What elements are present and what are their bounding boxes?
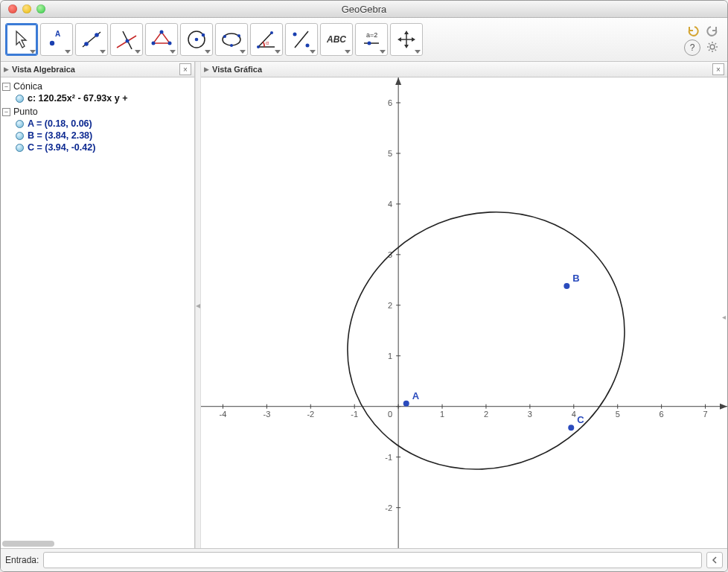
svg-text:6: 6 bbox=[660, 410, 664, 419]
algebra-tree[interactable]: −Cónicac: 120.25x² - 67.93x y +−PuntoA =… bbox=[1, 77, 194, 548]
chevron-left-icon bbox=[711, 556, 718, 564]
point-label: B bbox=[572, 273, 579, 284]
svg-text:A: A bbox=[55, 30, 60, 38]
svg-point-1 bbox=[50, 41, 54, 45]
tree-item-label: C = (3.94, -0.42) bbox=[28, 142, 95, 153]
visibility-toggle-icon[interactable] bbox=[16, 95, 24, 103]
toolbar-right: ? bbox=[684, 23, 723, 56]
visibility-toggle-icon[interactable] bbox=[16, 144, 24, 152]
tree-item[interactable]: C = (3.94, -0.42) bbox=[2, 142, 193, 153]
algebra-pane-title: Vista Algebraica bbox=[12, 65, 75, 74]
circle-tool[interactable] bbox=[180, 23, 213, 56]
right-handle-icon[interactable]: ◂ bbox=[722, 313, 726, 321]
svg-point-4 bbox=[95, 33, 99, 37]
content-area: ▶ Vista Algebraica × −Cónicac: 120.25x² … bbox=[1, 62, 727, 549]
svg-text:1: 1 bbox=[388, 352, 392, 360]
help-button[interactable]: ? bbox=[684, 39, 700, 56]
svg-point-14 bbox=[202, 34, 205, 37]
svg-point-23 bbox=[293, 33, 297, 36]
svg-text:1: 1 bbox=[440, 410, 444, 419]
move-view-icon bbox=[394, 27, 419, 52]
text-icon: ABC bbox=[327, 34, 346, 45]
svg-text:2: 2 bbox=[388, 301, 392, 310]
undo-button[interactable] bbox=[686, 23, 700, 38]
point-icon: A bbox=[44, 27, 69, 52]
svg-point-27 bbox=[368, 42, 371, 45]
coordinate-plane[interactable]: -4-3-2-11234567-2-11234560ABC bbox=[201, 77, 727, 548]
gear-icon bbox=[706, 41, 718, 53]
svg-line-35 bbox=[709, 43, 710, 45]
svg-point-7 bbox=[126, 39, 130, 43]
minimize-window-button[interactable] bbox=[22, 4, 31, 13]
svg-text:4: 4 bbox=[572, 410, 576, 419]
toolbar: A bbox=[1, 18, 727, 62]
svg-text:-1: -1 bbox=[351, 410, 358, 419]
svg-text:2: 2 bbox=[484, 410, 488, 419]
move-tool[interactable] bbox=[5, 23, 38, 56]
svg-text:a=2: a=2 bbox=[366, 31, 377, 39]
tree-item[interactable]: A = (0.18, 0.06) bbox=[2, 118, 193, 130]
collapse-icon: ▶ bbox=[204, 66, 209, 73]
cursor-icon bbox=[9, 27, 34, 52]
svg-text:7: 7 bbox=[703, 410, 707, 419]
close-graphics-pane-button[interactable]: × bbox=[712, 63, 724, 75]
polygon-tool[interactable] bbox=[145, 23, 178, 56]
close-window-button[interactable] bbox=[8, 4, 17, 13]
point-C[interactable] bbox=[568, 425, 574, 430]
svg-text:5: 5 bbox=[616, 410, 620, 419]
reflect-icon bbox=[289, 27, 314, 52]
point-B[interactable] bbox=[563, 283, 569, 289]
tree-group-header[interactable]: −Cónica bbox=[2, 80, 193, 92]
angle-tool[interactable]: α bbox=[250, 23, 283, 56]
tree-group-header[interactable]: −Punto bbox=[2, 106, 193, 118]
svg-line-37 bbox=[709, 50, 710, 51]
text-tool[interactable]: ABC bbox=[320, 23, 353, 56]
zoom-window-button[interactable] bbox=[36, 4, 45, 13]
point-label: C bbox=[577, 414, 584, 425]
svg-point-17 bbox=[230, 44, 233, 47]
collapse-box-icon: − bbox=[2, 83, 10, 91]
line-icon bbox=[79, 27, 104, 52]
tree-item[interactable]: B = (3.84, 2.38) bbox=[2, 130, 193, 142]
svg-text:-2: -2 bbox=[307, 410, 314, 419]
tree-item-label: B = (3.84, 2.38) bbox=[28, 130, 92, 141]
tree-group-label: Punto bbox=[13, 107, 38, 117]
visibility-toggle-icon[interactable] bbox=[16, 120, 24, 128]
window-controls bbox=[8, 4, 45, 13]
reflect-tool[interactable] bbox=[285, 23, 318, 56]
command-input[interactable] bbox=[43, 552, 702, 568]
slider-tool[interactable]: a=2 bbox=[355, 23, 388, 56]
svg-point-19 bbox=[257, 45, 260, 48]
perpendicular-tool[interactable] bbox=[110, 23, 143, 56]
svg-text:-3: -3 bbox=[263, 410, 270, 419]
point-tool[interactable]: A bbox=[40, 23, 73, 56]
tree-item[interactable]: c: 120.25x² - 67.93x y + bbox=[2, 92, 193, 104]
close-algebra-pane-button[interactable]: × bbox=[179, 63, 191, 75]
svg-text:6: 6 bbox=[388, 98, 392, 107]
settings-button[interactable] bbox=[705, 39, 720, 54]
graphics-pane-header[interactable]: ▶ Vista Gráfica × bbox=[201, 62, 727, 77]
svg-point-10 bbox=[168, 42, 172, 45]
graphics-view[interactable]: -4-3-2-11234567-2-11234560ABC ◂ bbox=[201, 77, 727, 548]
perpendicular-icon bbox=[114, 27, 139, 52]
conic-tool[interactable] bbox=[215, 23, 248, 56]
algebra-pane-header[interactable]: ▶ Vista Algebraica × bbox=[1, 62, 194, 77]
svg-line-36 bbox=[715, 50, 717, 51]
scrollbar-thumb[interactable] bbox=[2, 541, 54, 547]
input-help-button[interactable] bbox=[706, 552, 723, 568]
pane-splitter[interactable]: ◂ bbox=[195, 62, 201, 548]
line-tool[interactable] bbox=[75, 23, 108, 56]
slider-icon: a=2 bbox=[359, 27, 384, 52]
input-label: Entrada: bbox=[5, 555, 39, 565]
move-view-tool[interactable] bbox=[390, 23, 423, 56]
svg-text:0: 0 bbox=[388, 410, 392, 419]
redo-button[interactable] bbox=[705, 23, 720, 38]
circle-icon bbox=[184, 27, 209, 52]
visibility-toggle-icon[interactable] bbox=[16, 132, 24, 140]
window-title: GeoGebra bbox=[1, 4, 727, 15]
svg-text:5: 5 bbox=[388, 149, 392, 158]
svg-text:-2: -2 bbox=[385, 503, 392, 512]
tool-group: A bbox=[5, 23, 423, 56]
point-A[interactable] bbox=[403, 401, 409, 407]
svg-point-20 bbox=[270, 31, 273, 34]
